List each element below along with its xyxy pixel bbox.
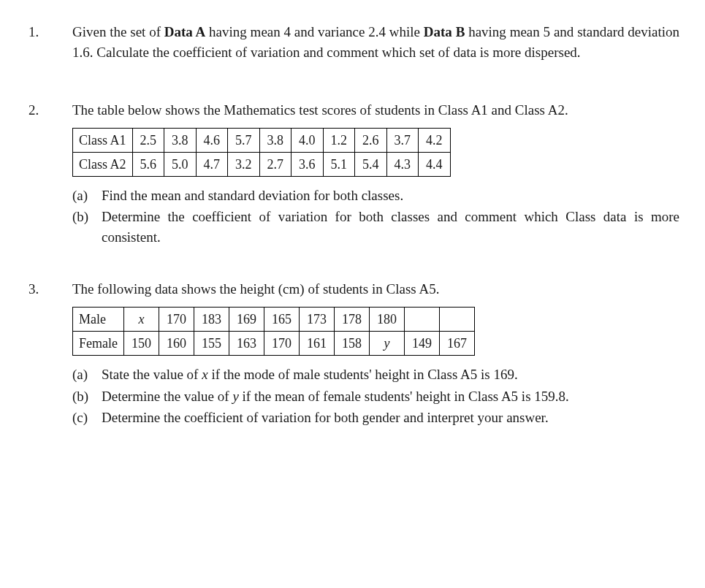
sub-item-b: (b) Determine the value of y if the mean… [72,386,679,407]
cell: 173 [299,308,334,332]
cell: 150 [123,332,159,356]
sub-label: (b) [72,386,102,407]
question-intro: The table below shows the Mathematics te… [72,100,679,121]
cell: 5.4 [355,152,387,176]
question-number: 1. [26,22,72,42]
cell: 170 [264,332,299,356]
sub-label: (b) [72,207,102,227]
cell: 4.2 [419,128,451,152]
cell: 3.6 [291,152,324,176]
cell: 183 [194,308,229,332]
cell: 2.7 [259,152,291,176]
sub-item-a: (a) State the value of x if the mode of … [72,364,679,385]
cell: 5.1 [323,152,355,176]
scores-table: Class A1 2.5 3.8 4.6 5.7 3.8 4.0 1.2 2.6… [72,128,451,177]
height-table: Male x 170 183 169 165 173 178 180 Femal… [72,307,475,356]
cell: 155 [194,332,229,356]
sub-list: (a) Find the mean and standard deviation… [72,186,679,248]
cell: 1.2 [323,128,355,152]
sub-label: (c) [72,408,102,428]
sub-item-a: (a) Find the mean and standard deviation… [72,186,679,206]
sub-item-c: (c) Determine the coefficient of variati… [72,408,679,428]
cell: 2.5 [132,128,164,152]
question-text: Given the set of Data A having mean 4 an… [72,22,679,62]
question-3: 3. The following data shows the height (… [26,279,679,429]
cell: 2.6 [355,128,387,152]
question-body: Given the set of Data A having mean 4 an… [72,22,679,69]
sub-text: Find the mean and standard deviation for… [102,186,679,206]
cell: 3.2 [228,152,260,176]
cell [439,308,474,332]
table-row: Class A1 2.5 3.8 4.6 5.7 3.8 4.0 1.2 2.6… [73,128,451,152]
sub-text: Determine the value of y if the mean of … [102,386,679,407]
question-body: The table below shows the Mathematics te… [72,100,679,248]
cell: 3.7 [386,128,419,152]
cell: 5.6 [132,152,164,176]
sub-text: Determine the coefficient of variation f… [102,207,679,247]
cell [404,308,439,332]
cell: 149 [404,332,439,356]
sub-list: (a) State the value of x if the mode of … [72,364,679,428]
sub-text: Determine the coefficient of variation f… [102,408,679,428]
sub-item-b: (b) Determine the coefficient of variati… [72,207,679,247]
cell: 5.0 [164,152,197,176]
row-header: Class A1 [73,128,133,152]
cell: 4.4 [419,152,451,176]
row-header: Female [73,332,124,356]
cell: 165 [264,308,299,332]
cell: 5.7 [228,128,260,152]
cell: 170 [159,308,194,332]
sub-label: (a) [72,364,102,385]
cell: 4.6 [196,128,228,152]
cell: 4.7 [196,152,228,176]
sub-text: State the value of x if the mode of male… [102,364,679,385]
cell: 160 [159,332,194,356]
cell: 161 [299,332,334,356]
cell: 178 [334,308,369,332]
table-row: Male x 170 183 169 165 173 178 180 [73,308,475,332]
question-1: 1. Given the set of Data A having mean 4… [26,22,679,69]
cell: 167 [439,332,474,356]
cell: y [369,332,404,356]
cell: x [123,308,159,332]
table-row: Female 150 160 155 163 170 161 158 y 149… [73,332,475,356]
cell: 158 [334,332,369,356]
cell: 4.3 [386,152,419,176]
cell: 3.8 [164,128,197,152]
question-intro: The following data shows the height (cm)… [72,279,679,299]
sub-label: (a) [72,186,102,206]
cell: 163 [229,332,264,356]
question-number: 3. [26,279,72,299]
cell: 180 [369,308,404,332]
row-header: Class A2 [73,152,133,176]
table-row: Class A2 5.6 5.0 4.7 3.2 2.7 3.6 5.1 5.4… [73,152,451,176]
row-header: Male [73,308,124,332]
question-number: 2. [26,100,72,121]
question-2: 2. The table below shows the Mathematics… [26,100,679,248]
question-body: The following data shows the height (cm)… [72,279,679,429]
cell: 169 [229,308,264,332]
cell: 3.8 [259,128,291,152]
cell: 4.0 [291,128,324,152]
